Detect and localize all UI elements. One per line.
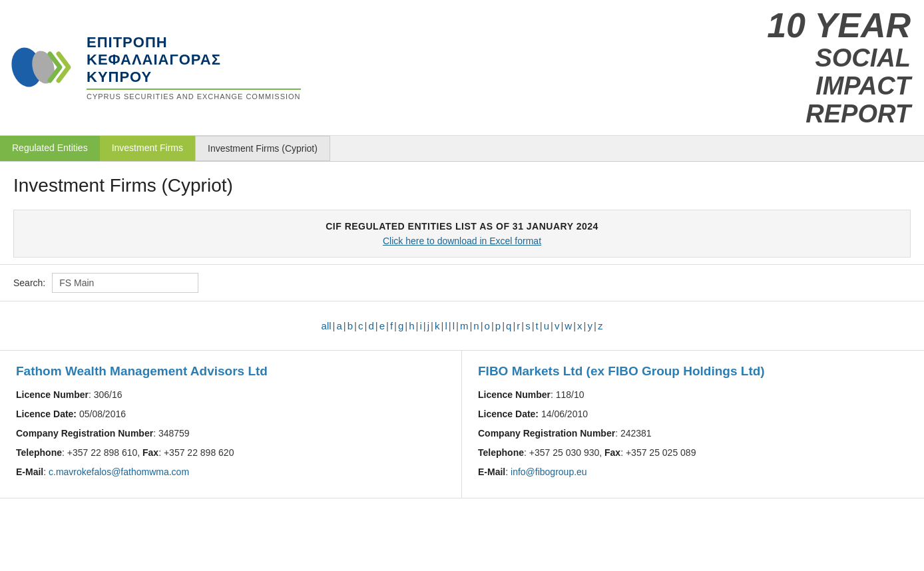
card-email: E-Mail: info@fibogroup.eu xyxy=(478,465,908,479)
search-input[interactable] xyxy=(52,273,198,293)
alpha-v[interactable]: v xyxy=(555,320,560,331)
alpha-g[interactable]: g xyxy=(398,320,403,331)
alpha-q[interactable]: q xyxy=(506,320,511,331)
alpha-a[interactable]: a xyxy=(337,320,342,331)
download-excel-link[interactable]: Click here to download in Excel format xyxy=(383,236,541,246)
alpha-f[interactable]: f xyxy=(390,320,393,331)
card-telephone: Telephone: +357 22 898 610, Fax: +357 22… xyxy=(16,446,445,460)
logo-text: ΕΠΙΤΡΟΠΗ ΚΕΦΑΛΑΙΑΓΟΡΑΣ ΚΥΠΡΟΥ CYPRUS SEC… xyxy=(87,34,301,100)
alpha-x[interactable]: x xyxy=(577,320,582,331)
card-licence-number: Licence Number: 306/16 xyxy=(16,388,445,402)
card-licence-date: Licence Date: 05/08/2016 xyxy=(16,407,445,421)
card-title[interactable]: FIBO Markets Ltd (ex FIBO Group Holdings… xyxy=(478,364,908,379)
alpha-p[interactable]: p xyxy=(495,320,501,331)
alpha-o[interactable]: o xyxy=(485,320,490,331)
alpha-l1[interactable]: l xyxy=(445,320,447,331)
alpha-l2[interactable]: l xyxy=(453,320,455,331)
logo-title-line2: ΚΕΦΑΛΑΙΑΓΟΡΑΣ xyxy=(87,51,301,69)
card-title[interactable]: Fathom Wealth Management Advisors Ltd xyxy=(16,364,445,379)
social-impact-social: SOCIAL xyxy=(815,44,911,72)
social-impact-impact: IMPACT xyxy=(815,72,911,100)
alpha-s[interactable]: s xyxy=(525,320,531,331)
search-area: Search: xyxy=(0,264,924,301)
header: ΕΠΙΤΡΟΠΗ ΚΕΦΑΛΑΙΑΓΟΡΑΣ ΚΥΠΡΟΥ CYPRUS SEC… xyxy=(0,0,924,136)
alpha-z[interactable]: z xyxy=(598,320,603,331)
page-title: Investment Firms (Cypriot) xyxy=(0,162,924,203)
alpha-u[interactable]: u xyxy=(544,320,549,331)
alpha-j[interactable]: j xyxy=(427,320,429,331)
logo-title-line1: ΕΠΙΤΡΟΠΗ xyxy=(87,34,301,51)
nav-tab-investment-firms-cypriot[interactable]: Investment Firms (Cypriot) xyxy=(195,136,330,161)
alpha-t[interactable]: t xyxy=(536,320,539,331)
logo-subtitle: CYPRUS SECURITIES AND EXCHANGE COMMISSIO… xyxy=(87,89,301,100)
alpha-y[interactable]: y xyxy=(588,320,593,331)
alpha-n[interactable]: n xyxy=(473,320,479,331)
info-box: CIF REGULATED ENTITIES LIST AS OF 31 JAN… xyxy=(13,210,911,258)
card-email: E-Mail: c.mavrokefalos@fathomwma.com xyxy=(16,465,445,479)
alpha-w[interactable]: w xyxy=(565,320,572,331)
nav-tab-regulated-entities[interactable]: Regulated Entities xyxy=(0,136,100,161)
card-licence-date: Licence Date: 14/06/2010 xyxy=(478,407,908,421)
logo-area: ΕΠΙΤΡΟΠΗ ΚΕΦΑΛΑΙΑΓΟΡΑΣ ΚΥΠΡΟΥ CYPRUS SEC… xyxy=(7,34,301,100)
alpha-m[interactable]: m xyxy=(460,320,469,331)
cards-grid: Fathom Wealth Management Advisors Ltd Li… xyxy=(0,350,924,498)
social-impact-year: 10 YEAR xyxy=(767,6,911,45)
social-impact-text: 10 YEAR SOCIAL IMPACT REPORT xyxy=(767,7,911,128)
email-link[interactable]: c.mavrokefalos@fathomwma.com xyxy=(49,467,189,477)
alpha-r[interactable]: r xyxy=(517,320,520,331)
alpha-c[interactable]: c xyxy=(358,320,363,331)
card-company-reg: Company Registration Number: 348759 xyxy=(16,427,445,441)
alpha-e[interactable]: e xyxy=(379,320,385,331)
nav-tab-investment-firms[interactable]: Investment Firms xyxy=(100,136,195,161)
card-licence-number: Licence Number: 118/10 xyxy=(478,388,908,402)
alpha-k[interactable]: k xyxy=(435,320,440,331)
card-item: Fathom Wealth Management Advisors Ltd Li… xyxy=(0,351,462,498)
card-telephone: Telephone: +357 25 030 930, Fax: +357 25… xyxy=(478,446,908,460)
email-link[interactable]: info@fibogroup.eu xyxy=(511,467,587,477)
info-box-title: CIF REGULATED ENTITIES LIST AS OF 31 JAN… xyxy=(25,221,899,232)
social-impact-banner: 10 YEAR SOCIAL IMPACT REPORT xyxy=(767,7,911,128)
card-company-reg: Company Registration Number: 242381 xyxy=(478,427,908,441)
alpha-h[interactable]: h xyxy=(409,320,414,331)
search-label: Search: xyxy=(13,278,45,288)
breadcrumb-nav: Regulated Entities Investment Firms Inve… xyxy=(0,136,924,162)
social-impact-report: REPORT xyxy=(806,100,911,128)
alpha-nav: all|a|b|c|d|e|f|g|h|i|j|k|l|l|m|n|o|p|q|… xyxy=(0,308,924,343)
alpha-b[interactable]: b xyxy=(347,320,353,331)
logo-icon xyxy=(7,37,80,97)
alpha-d[interactable]: d xyxy=(368,320,373,331)
logo-title-line3: ΚΥΠΡΟΥ xyxy=(87,69,301,86)
alpha-i[interactable]: i xyxy=(419,320,421,331)
card-item: FIBO Markets Ltd (ex FIBO Group Holdings… xyxy=(462,351,924,498)
alpha-all[interactable]: all xyxy=(322,320,332,331)
